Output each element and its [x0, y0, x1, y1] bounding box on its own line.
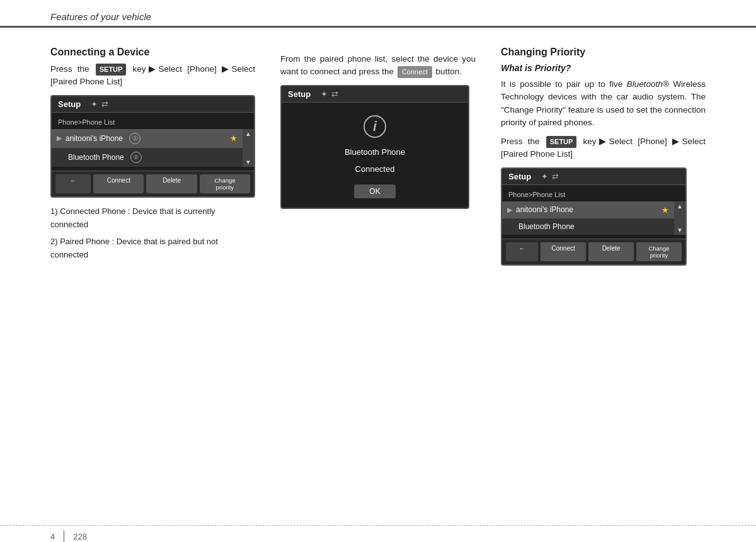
screen1-delete-btn[interactable]: Delete [146, 174, 197, 194]
screen2-delete-btn[interactable]: Delete [588, 242, 634, 262]
dialog-description: From the paired phone list, select the d… [280, 53, 476, 79]
page-header-title: Features of your vehicle [50, 11, 151, 22]
key-select-text-1: key▶Select [Phone] ▶Select [Paired Phone… [50, 64, 255, 86]
scroll-up-1: ▲ [245, 130, 251, 137]
content-area: Connecting a Device Press the SETUP key▶… [0, 28, 756, 286]
dialog-ok-btn[interactable]: OK [354, 184, 395, 198]
screen1-list-row: ▶ anitooni's iPhone ① ★ Bluetooth Phone … [52, 129, 254, 167]
page-footer: 4 228 [0, 525, 756, 542]
screen2-back-btn[interactable]: ← [506, 242, 538, 262]
screen1-scrollbar: ▲ ▼ [243, 129, 254, 167]
dialog-screen: Setup ✦ ⇄ i Bluetooth Phone Connected OK [280, 85, 469, 209]
usb-icon-2: ⇄ [552, 172, 559, 181]
footer-separator [64, 531, 64, 542]
screen1-connect-btn[interactable]: Connect [93, 174, 144, 194]
setup-badge-1: SETUP [96, 64, 127, 76]
screen2-list-row: ▶ anitooni's iPhone ★ Bluetooth Phone ▲ … [502, 201, 685, 235]
dialog-body: i Bluetooth Phone Connected OK [282, 103, 468, 208]
screen2-header: Setup ✦ ⇄ [502, 169, 685, 185]
left-column: Connecting a Device Press the SETUP key▶… [50, 47, 255, 273]
priority-instruction: Press the SETUP key▶Select [Phone] ▶Sele… [501, 135, 706, 161]
usb-icon-dialog: ⇄ [331, 89, 338, 99]
device-screen-2: Setup ✦ ⇄ Phone>Phone List ▶ anitooni's … [501, 167, 687, 266]
bluetooth-italic: Bluetooth® [627, 79, 669, 89]
list-notes: 1) Connected Phone : Device that is curr… [50, 205, 255, 261]
right-column: Changing Priority What is Priority? It i… [501, 47, 706, 273]
screen2-item1-label: anitooni's iPhone [516, 205, 573, 214]
screen1-title: Setup [58, 99, 81, 109]
screen2-body: Phone>Phone List ▶ anitooni's iPhone ★ B… [502, 185, 685, 239]
dialog-header: Setup ✦ ⇄ [282, 86, 468, 103]
info-icon: i [364, 115, 386, 138]
priority-body-text: It is possible to pair up to five Blueto… [501, 78, 706, 129]
screen1-item2-label: Bluetooth Phone [57, 153, 124, 162]
what-is-priority-subtitle: What is Priority? [501, 63, 706, 73]
screen1-body: Phone>Phone List ▶ anitooni's iPhone ① ★… [52, 113, 254, 171]
connect-badge: Connect [398, 66, 432, 78]
device-screen-1: Setup ✦ ⇄ Phone>Phone List ▶ anitooni's … [50, 95, 255, 198]
screen1-icons: ✦ ⇄ [91, 99, 108, 109]
screen1-item1: ▶ anitooni's iPhone ① ★ [52, 129, 243, 148]
screen2-item2-label: Bluetooth Phone [507, 222, 575, 231]
note-2: 2) Paired Phone : Device that is paired … [50, 235, 255, 262]
dialog-icons: ✦ ⇄ [321, 89, 338, 99]
screen1-footer: ← Connect Delete Changepriority [52, 171, 254, 197]
page-header: Features of your vehicle [0, 0, 756, 28]
connecting-instruction: Press the SETUP key▶Select [Phone] ▶Sele… [50, 63, 255, 89]
connecting-device-title: Connecting a Device [50, 47, 255, 58]
star-icon-1: ★ [230, 133, 238, 143]
screen1-header: Setup ✦ ⇄ [52, 96, 254, 113]
screen2-change-priority-btn[interactable]: Changepriority [636, 242, 682, 262]
scroll-down-1: ▼ [245, 159, 251, 166]
bluetooth-icon-dialog: ✦ [321, 89, 328, 99]
scroll-down-2: ▼ [677, 227, 683, 234]
dialog-line1: Bluetooth Phone [345, 146, 405, 159]
dialog-title: Setup [288, 89, 311, 99]
setup-badge-2: SETUP [546, 136, 577, 148]
bluetooth-icon-1: ✦ [91, 99, 98, 109]
screen1-breadcrumb: Phone>Phone List [52, 116, 254, 129]
usb-icon-1: ⇄ [101, 99, 108, 109]
play-icon-1: ▶ [57, 134, 62, 142]
circle-num-2: ② [130, 152, 142, 163]
screen2-item2: Bluetooth Phone [502, 218, 674, 235]
screen1-change-priority-btn[interactable]: Changepriority [200, 174, 250, 194]
screen1-back-btn[interactable]: ← [55, 174, 91, 194]
scroll-up-2: ▲ [677, 203, 683, 210]
note-1: 1) Connected Phone : Device that is curr… [50, 205, 255, 232]
screen1-items: ▶ anitooni's iPhone ① ★ Bluetooth Phone … [52, 129, 243, 167]
screen1-item1-label: anitooni's iPhone [66, 134, 123, 143]
screen2-item1: ▶ anitooni's iPhone ★ [502, 201, 674, 218]
screen2-title: Setup [508, 172, 531, 181]
star-icon-2: ★ [662, 205, 669, 215]
footer-page-num: 4 [50, 532, 55, 541]
screen2-footer: ← Connect Delete Changepriority [502, 239, 685, 265]
screen2-icons: ✦ ⇄ [541, 172, 559, 181]
screen2-items: ▶ anitooni's iPhone ★ Bluetooth Phone [502, 201, 674, 235]
screen2-scrollbar: ▲ ▼ [674, 201, 685, 235]
play-icon-2: ▶ [507, 206, 512, 214]
changing-priority-title: Changing Priority [501, 47, 706, 58]
screen2-connect-btn[interactable]: Connect [541, 242, 586, 262]
screen2-breadcrumb: Phone>Phone List [502, 189, 685, 201]
bluetooth-icon-2: ✦ [541, 172, 548, 181]
dialog-line2: Connected [355, 163, 395, 176]
circle-num-1: ① [129, 133, 140, 144]
screen1-item2: Bluetooth Phone ② [52, 148, 243, 167]
footer-page-sub: 228 [73, 532, 87, 541]
middle-column: From the paired phone list, select the d… [280, 47, 476, 273]
